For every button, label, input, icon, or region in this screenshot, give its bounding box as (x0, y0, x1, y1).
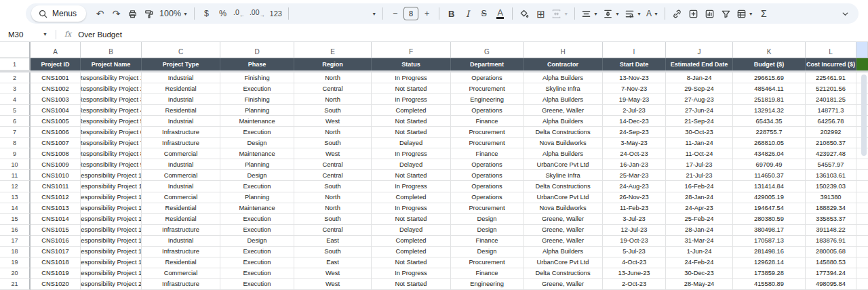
header-cell[interactable]: Phase (220, 58, 294, 70)
cell[interactable]: 21-Jul-23 (666, 170, 733, 181)
cell[interactable]: Execution (220, 279, 294, 290)
column-header-F[interactable]: F (372, 42, 451, 58)
cell[interactable]: Industrial (142, 236, 220, 247)
cell[interactable]: 3-May-23 (603, 138, 666, 148)
cell[interactable]: 5-Jul-23 (603, 247, 666, 257)
cell[interactable]: Not Started (372, 127, 451, 138)
cell[interactable]: Responsibility Project 15 (81, 225, 142, 236)
cell[interactable]: Finance (451, 236, 524, 247)
cell[interactable]: 13-June-23 (603, 268, 666, 279)
cell[interactable]: Responsibility Project 11 (81, 181, 142, 192)
cell[interactable]: Responsibility Project 3 (81, 94, 142, 105)
cell[interactable]: CNS1019 (31, 268, 81, 279)
cell[interactable]: CNS1017 (31, 247, 81, 257)
cell[interactable]: Finishing (220, 72, 294, 83)
cell[interactable]: 7-Nov-23 (603, 83, 666, 94)
column-header-L[interactable]: L (806, 42, 856, 58)
cell[interactable]: Greene, Waller (524, 225, 603, 236)
cell[interactable]: Residential (142, 257, 220, 268)
cell[interactable]: CNS1016 (31, 236, 81, 247)
cell[interactable] (856, 192, 868, 203)
cell[interactable]: South (294, 247, 372, 257)
cell[interactable]: Engineering (451, 279, 524, 290)
cell[interactable]: North (294, 94, 372, 105)
cell[interactable]: 25-Mar-23 (603, 170, 666, 181)
cell[interactable]: Delayed (372, 138, 451, 148)
cell[interactable]: Execution (220, 247, 294, 257)
header-cell[interactable]: Department (451, 58, 524, 70)
cell[interactable]: 24-Aug-23 (603, 181, 666, 192)
cell[interactable]: Central (294, 170, 372, 181)
cell[interactable]: 280005.68 (806, 247, 856, 257)
cell[interactable]: Design (220, 138, 294, 148)
row-number[interactable]: 4 (0, 94, 31, 105)
text-wrapping-button[interactable]: ▼ (623, 5, 644, 22)
vertical-align-button[interactable]: ▼ (601, 5, 622, 22)
cell[interactable]: Central (294, 159, 372, 170)
row-number[interactable]: 12 (0, 181, 31, 192)
header-cell-highlight[interactable] (856, 58, 868, 70)
cell[interactable]: Residential (142, 105, 220, 116)
cell[interactable]: Industrial (142, 159, 220, 170)
cell[interactable]: Delayed (372, 159, 451, 170)
header-cell[interactable]: Project ID (31, 58, 81, 70)
cell[interactable]: 131414.84 (733, 181, 806, 192)
cell[interactable]: Responsibility Project 1 (81, 72, 142, 83)
borders-button[interactable]: ⊞ (533, 5, 549, 22)
cell[interactable]: CNS1010 (31, 170, 81, 181)
cell[interactable] (856, 257, 868, 268)
cell[interactable]: Greene, Waller (524, 214, 603, 225)
cell[interactable]: 485464.11 (733, 83, 806, 94)
cell[interactable]: 183876.91 (806, 236, 856, 247)
cell[interactable]: Operations (451, 192, 524, 203)
insert-comment-button[interactable] (686, 5, 701, 22)
cell[interactable]: Infrastructure (142, 225, 220, 236)
cell[interactable]: 28-May-24 (666, 279, 733, 290)
row-number[interactable]: 14 (0, 203, 31, 214)
format-percent-button[interactable]: % (215, 5, 231, 22)
cell[interactable]: South (294, 105, 372, 116)
cell[interactable]: 69709.49 (733, 159, 806, 170)
cell[interactable]: Delta Constructions (524, 268, 603, 279)
cell[interactable]: 27-Aug-23 (666, 94, 733, 105)
column-header-B[interactable]: B (81, 42, 142, 58)
cell[interactable]: South (294, 181, 372, 192)
cell[interactable]: 8-Jan-24 (666, 72, 733, 83)
row-number[interactable]: 18 (0, 247, 31, 257)
cell[interactable]: UrbanCore Pvt Ltd (524, 192, 603, 203)
cell[interactable]: Design (451, 225, 524, 236)
row-number[interactable]: 13 (0, 192, 31, 203)
cell[interactable]: 225461.91 (806, 72, 856, 83)
cell[interactable]: Responsibility Project 20 (81, 279, 142, 290)
cell[interactable]: 4-Oct-23 (603, 257, 666, 268)
header-cell[interactable]: Status (372, 58, 451, 70)
print-button[interactable] (125, 5, 140, 22)
cell[interactable]: 129628.14 (733, 257, 806, 268)
cell[interactable] (856, 247, 868, 257)
cell[interactable]: CNS1015 (31, 225, 81, 236)
cell[interactable]: CNS1001 (31, 72, 81, 83)
cell[interactable]: Design (451, 247, 524, 257)
cell[interactable]: Greene, Waller (524, 236, 603, 247)
cell[interactable]: 335853.37 (806, 214, 856, 225)
cell[interactable]: 380498.17 (733, 225, 806, 236)
undo-button[interactable]: ↶ (92, 5, 108, 22)
cell[interactable]: Procurement (451, 257, 524, 268)
cell[interactable]: Operations (451, 72, 524, 83)
cell[interactable]: 240181.25 (806, 94, 856, 105)
cell[interactable]: Residential (142, 214, 220, 225)
select-all-corner[interactable] (0, 42, 31, 58)
cell[interactable]: In Progress (372, 72, 451, 83)
increase-font-size-button[interactable]: + (419, 5, 435, 22)
row-number[interactable]: 7 (0, 127, 31, 138)
row-number[interactable]: 19 (0, 257, 31, 268)
cell[interactable]: 202992 (806, 127, 856, 138)
cell[interactable]: Maintenance (220, 203, 294, 214)
cell[interactable]: CNS1018 (31, 257, 81, 268)
cell[interactable]: Finance (451, 268, 524, 279)
cell[interactable]: Not Started (372, 257, 451, 268)
font-family-dropdown[interactable]: ▼ (358, 5, 378, 22)
cell[interactable]: Design (220, 170, 294, 181)
cell[interactable]: Infrastructure (142, 279, 220, 290)
cell[interactable]: West (294, 148, 372, 159)
